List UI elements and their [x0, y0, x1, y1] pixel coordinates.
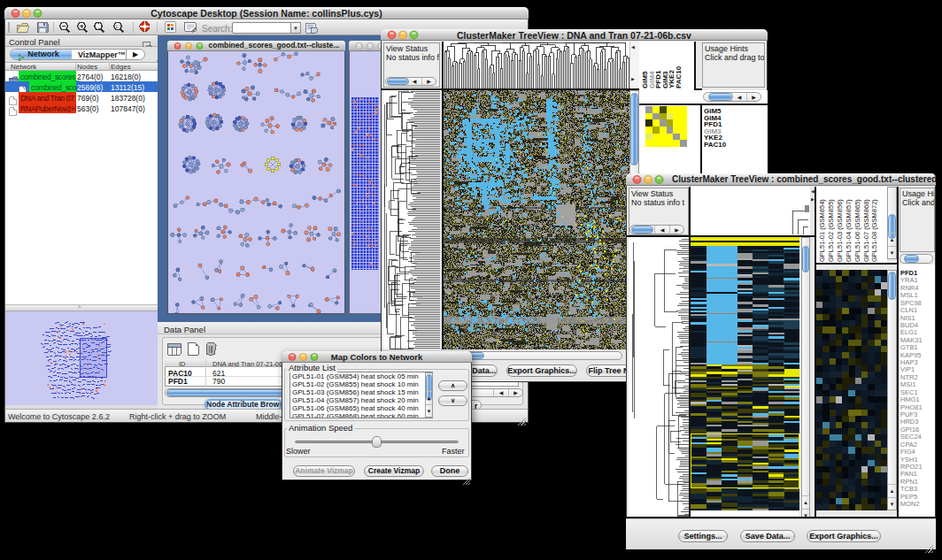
svg-text:GPL51-07 (GSM868): GPL51-07 (GSM868) [862, 199, 870, 262]
svg-text:GPL51-04 (GSM857): GPL51-04 (GSM857) [845, 199, 853, 262]
svg-text:GPL51-01 (GSM854): GPL51-01 (GSM854) [818, 199, 826, 262]
svg-text:GPL51-06 (GSM865): GPL51-06 (GSM865) [853, 199, 861, 262]
svg-text:GPL51-03 (GSM856): GPL51-03 (GSM856) [836, 199, 844, 262]
svg-text:PAC10: PAC10 [675, 65, 683, 88]
svg-text:GPL51-02 (GSM855): GPL51-02 (GSM855) [827, 199, 835, 262]
svg-text:GPL51-08 (GSM872): GPL51-08 (GSM872) [870, 199, 878, 262]
svg-text:1:1: 1:1 [115, 24, 122, 29]
